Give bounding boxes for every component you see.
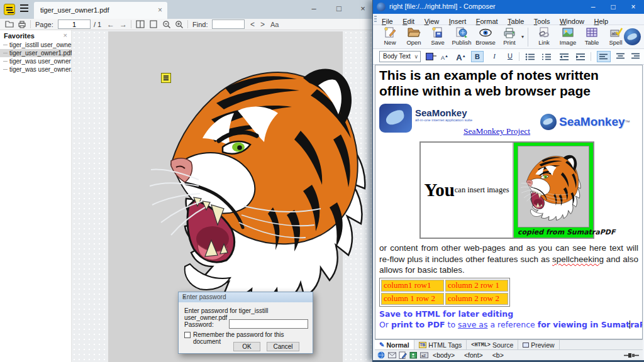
format-toolbar: Body Text ∨ A▲ A▲ B I U xyxy=(373,49,644,65)
favorites-item-selected[interactable]: tiger_user_owner1.pdf : xyxy=(0,49,72,57)
find-next-icon[interactable]: > xyxy=(260,20,265,29)
paragraph-style-select[interactable]: Body Text ∨ xyxy=(379,51,421,62)
tab-html-tags[interactable]: TBHTML Tags xyxy=(414,340,467,349)
toolbar-grippy[interactable] xyxy=(374,16,377,23)
outdent-icon[interactable] xyxy=(559,53,569,61)
seamonkey-project-link[interactable]: SeaMonkey Project xyxy=(464,126,530,136)
back-icon[interactable]: ← xyxy=(107,20,114,29)
publish-button[interactable]: Publish xyxy=(450,26,474,46)
save-as-underlined[interactable]: save as xyxy=(458,320,487,329)
indent-icon[interactable] xyxy=(575,53,586,61)
menu-bar: File Edit View Insert Format Table Tools… xyxy=(373,14,644,25)
single-page-icon[interactable] xyxy=(150,20,157,28)
ok-button[interactable]: OK xyxy=(233,342,260,351)
page-label: Page: xyxy=(35,21,53,28)
menu-edit[interactable]: Edit xyxy=(402,18,414,25)
align-center-button[interactable] xyxy=(614,51,628,62)
tab-preview[interactable]: Preview xyxy=(518,340,559,349)
tag-badge-icon: TB xyxy=(419,342,427,348)
minimize-button[interactable]: – xyxy=(303,0,325,18)
cancel-button[interactable]: Cancel xyxy=(267,342,299,351)
tab-bar: tiger_user_owner1.pdf × – □ × xyxy=(0,0,372,19)
favorites-close-icon[interactable]: × xyxy=(64,31,67,39)
tab-source[interactable]: <HTML>Source xyxy=(467,340,518,349)
text-color-picker[interactable] xyxy=(426,53,433,60)
maximize-button[interactable]: □ xyxy=(328,0,350,18)
preview-icon xyxy=(523,343,529,348)
menu-table[interactable]: Table xyxy=(508,18,524,25)
open-button[interactable]: Open xyxy=(402,26,426,46)
menu-view[interactable]: View xyxy=(425,18,440,25)
menu-format[interactable]: Format xyxy=(476,18,498,25)
open-folder-icon[interactable] xyxy=(5,20,14,28)
minimize-button[interactable]: – xyxy=(584,0,602,14)
print-dropdown-icon[interactable]: ▾ xyxy=(521,34,524,40)
mail-icon[interactable] xyxy=(388,351,396,359)
align-right-button[interactable] xyxy=(629,51,643,62)
close-button[interactable]: × xyxy=(624,0,643,14)
tab-normal[interactable]: ✎Normal xyxy=(375,340,414,349)
composer-icon[interactable] xyxy=(399,351,407,359)
match-case-button[interactable]: Aa xyxy=(270,21,279,28)
facing-pages-icon[interactable] xyxy=(136,20,145,28)
tiger-illustration xyxy=(150,57,376,308)
editor-canvas[interactable]: This is an example of notes written offl… xyxy=(375,65,643,339)
logo-tagline: all-in-one internet application suite xyxy=(415,118,472,122)
increase-font-button[interactable]: A▲ xyxy=(455,51,467,62)
maximize-button[interactable]: □ xyxy=(604,0,623,14)
decrease-font-button[interactable]: A▲ xyxy=(438,51,451,62)
menu-insert[interactable]: Insert xyxy=(449,18,467,25)
menu-tools[interactable]: Tools xyxy=(534,18,550,25)
sample-table: column1 row1 column 2 row 1 column 1 row… xyxy=(379,278,510,307)
chevron-down-icon: ∨ xyxy=(414,52,418,62)
address-book-icon[interactable] xyxy=(409,351,418,359)
chatzilla-icon[interactable]: aZ xyxy=(420,351,428,359)
zoom-out-icon[interactable] xyxy=(162,20,171,29)
new-button[interactable]: New xyxy=(378,26,402,46)
bold-button[interactable]: B xyxy=(471,51,484,62)
hamburger-menu-icon[interactable] xyxy=(19,4,30,14)
screen: tiger_user_owner1.pdf × – □ × Page: / 1 … xyxy=(0,0,644,362)
password-input[interactable] xyxy=(229,319,308,329)
print-button[interactable]: Print xyxy=(497,26,521,46)
favorites-item[interactable]: tiger_was user_owner fr xyxy=(0,57,72,65)
menu-help[interactable]: Help xyxy=(594,18,609,25)
browse-button[interactable]: Browse xyxy=(474,26,497,46)
tag-body[interactable]: <body> xyxy=(433,351,455,359)
dialog-close-icon[interactable]: × xyxy=(182,293,309,300)
menu-file[interactable]: File xyxy=(382,18,393,25)
tag-b[interactable]: <b> xyxy=(492,351,504,359)
zoom-in-icon[interactable] xyxy=(175,20,184,29)
navigator-icon[interactable] xyxy=(377,351,386,359)
image-button[interactable]: Image xyxy=(556,26,580,46)
forward-icon[interactable]: → xyxy=(119,20,127,29)
dialog-title-bar[interactable]: Enter password × xyxy=(179,292,313,302)
numbered-list-icon[interactable] xyxy=(541,53,552,61)
underline-button[interactable]: U xyxy=(504,51,516,62)
close-button[interactable]: × xyxy=(352,0,374,18)
password-label: Password: xyxy=(184,321,214,328)
favorites-item[interactable]: tiger_isstill user_owner.p xyxy=(0,41,72,49)
edit-mode-tabs: ✎Normal TBHTML Tags <HTML>Source Preview xyxy=(375,339,643,349)
find-previous-icon[interactable]: < xyxy=(250,20,255,29)
online-status-plug-icon[interactable] xyxy=(624,353,639,358)
menu-window[interactable]: Window xyxy=(560,18,584,25)
italic-button[interactable]: I xyxy=(488,51,501,62)
tab-close-icon[interactable]: × xyxy=(158,6,162,14)
save-button[interactable]: Save xyxy=(426,26,450,46)
tag-font[interactable]: <font> xyxy=(464,351,483,359)
document-tab[interactable]: tiger_user_owner1.pdf × xyxy=(34,2,167,19)
table-button[interactable]: Table xyxy=(580,26,604,46)
seamonkey-window-icon xyxy=(377,3,386,11)
remember-password-checkbox[interactable] xyxy=(184,332,191,338)
title-bar[interactable]: right [file:/.../right.html] - Composer … xyxy=(373,0,644,14)
page-number-input[interactable] xyxy=(58,19,91,29)
table-cell: column 2 row 2 xyxy=(445,293,508,305)
link-button[interactable]: Link xyxy=(532,26,556,46)
align-left-button[interactable] xyxy=(597,51,611,62)
favorites-item[interactable]: tiger_was user_owner.p xyxy=(0,65,72,74)
find-input[interactable] xyxy=(212,19,245,29)
print-icon[interactable] xyxy=(18,20,26,28)
logo-row: SeaMonkey all-in-one internet applicatio… xyxy=(379,104,638,139)
bullet-list-icon[interactable] xyxy=(525,53,535,61)
